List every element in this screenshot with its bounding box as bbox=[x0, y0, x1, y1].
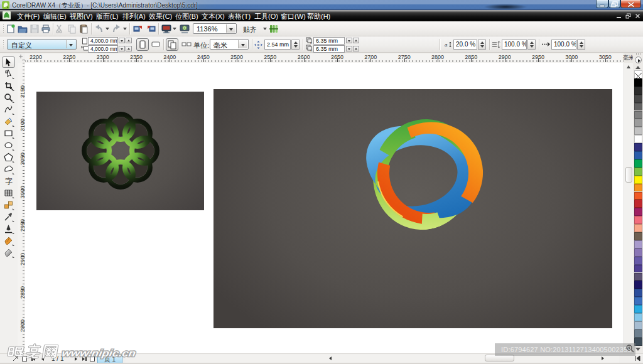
svg-text:字: 字 bbox=[5, 177, 13, 186]
svg-text:www.nipic.cn: www.nipic.cn bbox=[61, 348, 137, 359]
svg-text:x: x bbox=[310, 41, 312, 44]
svg-text:a: a bbox=[445, 42, 448, 48]
svg-text:y: y bbox=[310, 48, 312, 51]
